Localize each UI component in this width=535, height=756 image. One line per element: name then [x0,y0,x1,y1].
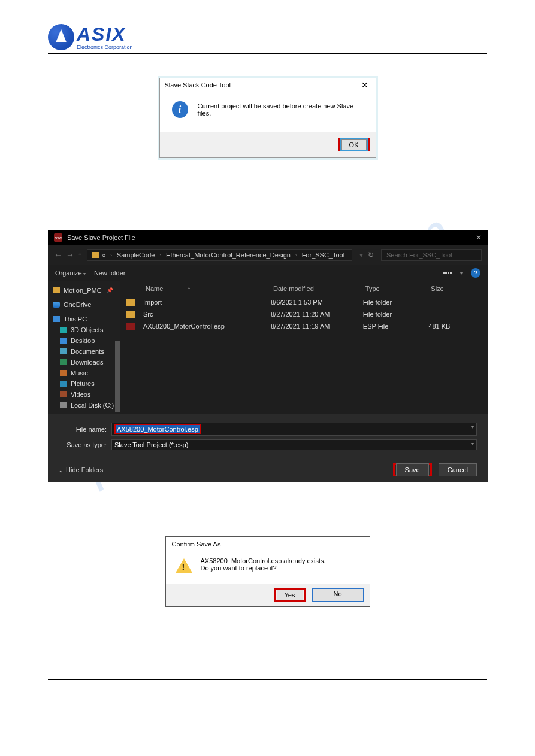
info-dialog-title: Slave Stack Code Tool [165,81,231,89]
nav-forward-icon[interactable]: → [66,250,74,260]
downloads-icon [60,359,67,365]
ok-button[interactable]: OK [341,139,367,150]
info-dialog: Slave Stack Code Tool ✕ i Current projec… [159,78,376,158]
save-type-value: Slave Tool Project (*.esp) [114,441,188,448]
info-dialog-message: Current project will be saved before cre… [198,102,364,117]
cloud-icon [53,302,60,308]
crumb-2[interactable]: Ethercat_MotorControl_Reference_Design [166,251,291,259]
folder-icon [126,299,135,306]
music-icon [60,370,67,376]
crumb-3[interactable]: For_SSC_Tool [302,251,345,259]
pin-icon: 📌 [107,287,113,293]
sidebar-item-label: Local Disk (C:) [71,402,114,409]
save-button[interactable]: Save [396,463,429,476]
desktop-icon [60,338,67,344]
brand-subtitle: Electronics Corporation [77,45,133,50]
brand-name: ASIX [77,25,133,44]
save-highlight: Save [393,463,432,476]
pc-icon [53,316,60,322]
confirm-dialog: Confirm Save As AX58200_MotorControl.esp… [165,536,370,607]
crumb-root[interactable]: « [102,251,105,259]
page-header: ASIX Electronics Corporation [48,24,487,54]
confirm-message-line2: Do you want to replace it? [201,564,326,572]
sidebar-item-videos[interactable]: Videos [48,389,120,400]
column-type[interactable]: Type [363,284,425,293]
dropdown-icon[interactable]: ▾ [359,251,363,259]
folder-icon [126,311,135,318]
help-icon[interactable]: ? [471,268,480,278]
sidebar-item-label: Desktop [71,337,95,344]
file-name: AX58200_MotorControl.esp [143,323,267,330]
column-name[interactable]: Name⌃ [143,284,267,293]
nav-back-icon[interactable]: ← [54,250,62,260]
sidebar-item-pictures[interactable]: Pictures [48,378,120,389]
close-icon[interactable]: ✕ [359,81,371,89]
crumb-1[interactable]: SampleCode [117,251,155,259]
sidebar-item-documents[interactable]: Documents [48,346,120,357]
column-size[interactable]: Size [428,284,482,293]
warning-icon [176,558,192,573]
sidebar-item-this-pc[interactable]: This PC [48,314,120,324]
file-row[interactable]: AX58200_MotorControl.esp 8/27/2021 11:19… [120,320,488,332]
logo-icon [48,24,74,50]
file-name-highlight: AX58200_MotorControl.esp [114,424,201,434]
file-type: File folder [363,299,425,306]
sidebar-item-onedrive[interactable]: OneDrive [48,299,120,310]
sort-icon: ⌃ [187,287,191,292]
new-folder-button[interactable]: New folder [94,269,126,277]
hide-folders-toggle[interactable]: Hide Folders [59,466,103,473]
save-type-select[interactable]: Slave Tool Project (*.esp) ▾ [111,439,477,450]
save-type-label: Save as type: [59,441,107,448]
sidebar-item-label: Videos [71,391,90,398]
folder-icon [92,252,99,258]
file-row[interactable]: Src 8/27/2021 11:20 AM File folder [120,308,488,320]
confirm-dialog-title: Confirm Save As [166,537,370,551]
file-name-input[interactable]: AX58200_MotorControl.esp ▾ [111,423,477,436]
file-name: Src [143,311,267,318]
file-list: Name⌃ Date modified Type Size Import 8/6… [120,281,488,414]
organize-menu[interactable]: Organize [55,269,86,277]
dropdown-icon[interactable]: ▾ [471,424,474,430]
footer-divider [48,679,487,680]
file-row[interactable]: Import 8/6/2021 1:53 PM File folder [120,296,488,308]
sidebar-item-label: OneDrive [64,301,91,308]
pictures-icon [60,381,67,387]
refresh-icon[interactable]: ↻ [368,251,374,259]
sidebar-item-desktop[interactable]: Desktop [48,335,120,346]
file-name: Import [143,299,267,306]
sidebar-scrollbar[interactable] [115,341,120,412]
brand-logo: ASIX Electronics Corporation [48,24,487,50]
file-date: 8/6/2021 1:53 PM [271,299,359,306]
esp-file-icon [126,323,135,330]
breadcrumb[interactable]: «› SampleCode› Ethercat_MotorControl_Ref… [87,249,352,261]
view-mode-icon[interactable] [443,272,452,274]
sidebar-item-label: 3D Objects [71,326,103,333]
folder-icon [53,287,60,293]
search-input[interactable]: Search For_SSC_Tool [381,249,482,261]
sidebar-item-label: This PC [64,315,87,323]
sidebar-item-downloads[interactable]: Downloads [48,357,120,368]
sidebar-item-music[interactable]: Music [48,368,120,378]
dropdown-icon[interactable]: ▾ [471,441,474,447]
cancel-button[interactable]: Cancel [439,463,477,476]
documents-icon [60,348,67,354]
confirm-message-line1: AX58200_MotorControl.esp already exists. [201,557,326,564]
column-date[interactable]: Date modified [271,284,359,293]
file-name-value: AX58200_MotorControl.esp [116,425,200,433]
view-dropdown-icon[interactable]: ▾ [460,271,463,276]
sidebar-item-local-disk[interactable]: Local Disk (C:) [48,400,120,411]
sidebar-item-label: Music [71,369,88,377]
no-button[interactable]: No [312,588,364,602]
close-icon[interactable]: ✕ [476,233,482,242]
yes-button[interactable]: Yes [277,590,303,600]
app-icon: ssc [54,233,62,242]
sidebar-item-motion-pmc[interactable]: Motion_PMC📌 [48,285,120,296]
file-date: 8/27/2021 11:20 AM [271,311,359,318]
objects-icon [60,327,67,333]
nav-up-icon[interactable]: ↑ [78,250,82,260]
file-type: File folder [363,311,425,318]
disk-icon [60,402,67,408]
sidebar-item-3d-objects[interactable]: 3D Objects [48,324,120,335]
sidebar-item-label: Downloads [71,359,103,366]
sidebar-item-label: Motion_PMC [64,287,102,294]
